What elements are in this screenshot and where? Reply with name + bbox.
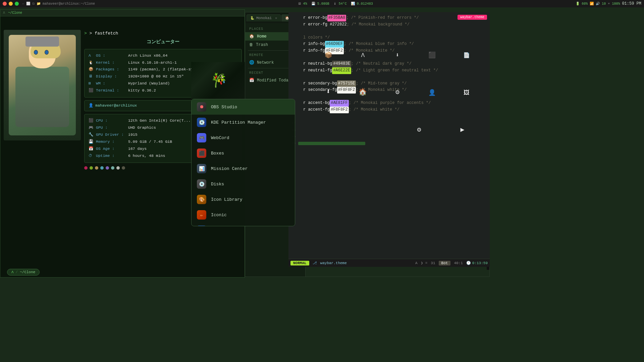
wm-icon: ⊞ (89, 80, 94, 87)
cpu-icon: ⬛ (89, 118, 94, 124)
system-topbar: — ⬜ ⧉ 📁 mahaveer@archlinux:~/Clone 🖥 4% … (0, 0, 644, 7)
window-controls: — ⬜ ⧉ 📁 mahaveer@archlinux:~/Clone (3, 2, 95, 6)
code-line-empty2 (288, 54, 490, 61)
code-line-colors: l colors */ (288, 35, 490, 41)
network-sidebar-label: Network (257, 60, 274, 65)
arch-emblem-icon: Λ (361, 52, 365, 59)
os-label: OS : (96, 53, 126, 59)
line-numbers-bottom: 37 38 39 40 (288, 113, 490, 148)
secondary-fg-value: #F8F8F2 (337, 87, 356, 94)
neutral-fg-comment: ; /* Light green for neutral text */ (351, 67, 438, 74)
char-hat (25, 37, 59, 47)
launcher-boxes[interactable]: ⬛ Boxes (192, 145, 295, 161)
info-bg-prop: r info-bg (303, 41, 325, 48)
close-button[interactable] (3, 2, 7, 6)
code-line-secondary-bg: r secondary-bg #75715E ; /* Mid-tone gra… (288, 80, 490, 87)
launcher-obs[interactable]: ⏺ OBS Studio (192, 99, 295, 115)
code-line-neutral-bg: r neutral-bg #49483E ; /* Neutral dark g… (288, 61, 490, 67)
line-num-38: 38 (290, 127, 488, 133)
current-dir-indicator: Λ / ~/Clone (7, 269, 40, 276)
neutral-bg-prop: r neutral-bg (303, 61, 332, 67)
code-line-accent-fg: r accent-fg #F8F8F2 ; /* Monokai white *… (288, 107, 490, 113)
topbar-title: mahaveer@archlinux:~/Clone (43, 2, 95, 6)
bot-label: Bot (439, 261, 451, 265)
task-sep: / (16, 270, 18, 274)
task-symbol: Λ (11, 270, 14, 274)
arrow-indicator: ❯ = (421, 261, 428, 265)
monokai-tab-label: Monokai (256, 16, 272, 20)
apps-emblem-icon: 📦 (325, 51, 332, 59)
topbar-stats: 🖥 4% 💾 5.08GB 🌡 54°C 📊 0.012483 (98, 2, 573, 6)
dot-6 (111, 166, 114, 170)
gpudriver-value: i915 (128, 132, 138, 138)
uptime-value: 6 hours, 48 mins (128, 153, 165, 159)
neutral-fg-value: #A6E22E (332, 67, 351, 74)
webcord-label: WebCord (211, 135, 229, 140)
user-icon: 👤 (89, 103, 93, 109)
trash-sidebar-label: Trash (256, 43, 268, 47)
battery-stat: 🔋 60% (576, 2, 588, 6)
launcher-iconic[interactable]: ✏ Iconic (192, 207, 295, 223)
bluetooth-icon: 🔵 (197, 226, 206, 226)
osage-label: OS Age : (96, 146, 126, 152)
home-sidebar-icon: 🏠 (249, 34, 254, 39)
uptime-icon: ⏱ (89, 153, 94, 159)
terminal-taskbar: Λ / ~/Clone (7, 269, 40, 276)
cursor-position: 40:1 (454, 261, 463, 265)
win-icon2: ⬜ (26, 2, 30, 6)
minimize-button[interactable] (9, 2, 13, 6)
code-content: r error-bg #F35BA8 ; /* Pinkish-red for … (288, 12, 490, 148)
home-sidebar-label: Home (257, 34, 267, 39)
vol-stat: 🔊 10 (596, 2, 606, 6)
launcher-mission[interactable]: 📊 Mission Center (192, 161, 295, 176)
info-bg-comment: ; /* Monokai blue for info */ (344, 41, 414, 48)
kde-partition-label: KDE Partition Manager (211, 120, 266, 125)
error-fg-prop: r error-fg #272822 (303, 21, 347, 28)
bamboo-icon: 🎋 (211, 72, 227, 89)
kernel-label: Kernel : (96, 60, 126, 66)
coding-emblem-icon: ⬛ (428, 51, 436, 59)
gpudriver-label: GPU Driver : (96, 132, 126, 138)
kernel-value: Linux 6.10.10-arch1-1 (128, 60, 177, 66)
line-num-40: 40 (290, 140, 488, 147)
launcher-webcord[interactable]: 🎮 WebCord (192, 130, 295, 145)
colors-comment: l colors */ (303, 35, 330, 41)
display-value: 644×362 @ 60 Hz in 15" (128, 73, 184, 80)
code-line-empty4 (288, 94, 490, 100)
char-torso (15, 67, 69, 127)
icon-library-icon: 🎨 (197, 195, 206, 204)
neutral-bg-comment: ; /* Neutral dark gray */ (351, 61, 412, 67)
error-bg-value: #F35BA8 (327, 15, 346, 21)
wm-label: WM : (96, 80, 126, 87)
terminal-decoration: Λ ~/Clone (0, 10, 245, 16)
os-row: Λ OS : Arch Linux x86_64 (89, 53, 237, 59)
launcher-disks[interactable]: 💿 Disks (192, 176, 295, 192)
uptime-label: Uptime : (96, 153, 126, 159)
tab-monokai[interactable]: 🐍 Monokai ✕ (247, 14, 281, 21)
disks-label: Disks (211, 182, 224, 187)
ram-stat: 💾 5.08GB (311, 2, 329, 6)
temp-stat: 🌡 54°C (333, 2, 347, 6)
launcher-bluetooth[interactable]: 🔵 Bluetooth Manager (192, 223, 295, 226)
documents-emblem-icon: 📄 (463, 52, 470, 59)
os-value: Arch Linux x86_64 (128, 53, 167, 59)
trash-sidebar-icon: 🗑 (249, 42, 253, 47)
error-fg-comment: ; /* Monokai background */ (347, 21, 410, 28)
launcher-kde-partition[interactable]: 💽 KDE Partition Manager (192, 115, 295, 130)
line-num-39: 39 (290, 133, 488, 140)
gear-folder-emblem: ⚙ (417, 125, 421, 134)
accent-bg-value: #AE81FF (330, 100, 348, 107)
icon-library-label: Icon Library (211, 197, 243, 202)
iconic-label: Iconic (211, 213, 227, 218)
char-eyes (34, 50, 49, 55)
terminal-dir: ~/Clone (8, 11, 22, 15)
media-content: 🎋 (191, 62, 247, 99)
launcher-icon-library[interactable]: 🎨 Icon Library (192, 192, 295, 207)
monokai-tab-icon: 🐍 (250, 16, 254, 20)
maximize-button[interactable] (15, 2, 19, 6)
osage-value: 167 days (128, 146, 147, 152)
monokai-tab-close[interactable]: ✕ (275, 16, 277, 20)
neutral-bg-value: #49483E (332, 61, 351, 67)
code-line-error-fg: r error-fg #272822 ; /* Monokai backgrou… (288, 21, 490, 28)
terminal-path-icon: Λ (3, 11, 5, 15)
